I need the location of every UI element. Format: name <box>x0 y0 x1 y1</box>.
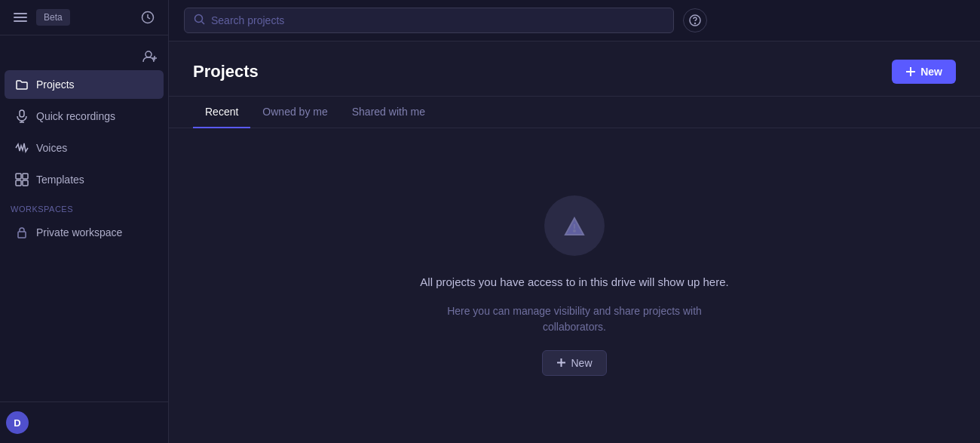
mic-icon <box>15 109 29 123</box>
add-user-button[interactable] <box>139 46 161 67</box>
lock-icon <box>15 226 29 239</box>
svg-line-16 <box>202 22 205 25</box>
sidebar-item-private-workspace[interactable]: Private workspace <box>5 218 164 247</box>
search-input[interactable] <box>211 14 664 26</box>
svg-rect-10 <box>16 174 21 179</box>
waveform-icon <box>15 141 29 155</box>
tab-owned-by-me[interactable]: Owned by me <box>250 97 339 128</box>
new-button-empty-label: New <box>571 357 592 369</box>
sidebar-item-projects[interactable]: Projects <box>5 70 164 99</box>
svg-point-4 <box>145 51 152 57</box>
search-icon <box>194 14 205 27</box>
clock-icon-button[interactable] <box>138 8 158 27</box>
svg-rect-11 <box>23 174 28 179</box>
svg-point-15 <box>195 15 203 23</box>
tabs: Recent Owned by me Shared with me <box>169 97 980 128</box>
app-root: Beta <box>0 0 980 443</box>
content-area: Projects New Recent Owned by me Shared w… <box>169 0 980 443</box>
svg-point-18 <box>695 23 696 24</box>
new-button-header-label: New <box>920 66 942 78</box>
sidebar-item-voices[interactable]: Voices <box>5 134 164 162</box>
svg-rect-0 <box>14 13 27 14</box>
sidebar-bottom: D <box>0 401 168 443</box>
sidebar-nav: Projects Quick recordings <box>0 35 168 401</box>
sidebar-item-projects-label: Projects <box>36 78 75 91</box>
sidebar-item-quick-recordings[interactable]: Quick recordings <box>5 102 164 131</box>
search-bar[interactable] <box>184 8 674 33</box>
sidebar: Beta <box>0 0 169 443</box>
svg-rect-2 <box>14 20 27 22</box>
tab-shared-with-me[interactable]: Shared with me <box>340 97 437 128</box>
beta-button[interactable]: Beta <box>36 9 70 26</box>
empty-state-description-2: Here you can manage visibility and share… <box>416 303 733 335</box>
tab-recent[interactable]: Recent <box>193 97 250 128</box>
sidebar-item-templates-label: Templates <box>36 174 84 186</box>
empty-state: All projects you have access to in this … <box>169 128 980 443</box>
avatar[interactable]: D <box>6 411 29 434</box>
main-header: Projects New <box>169 42 980 97</box>
svg-point-22 <box>574 230 575 232</box>
grid-icon <box>15 173 29 186</box>
help-button[interactable] <box>683 8 707 32</box>
page-title: Projects <box>193 62 259 82</box>
hamburger-button[interactable] <box>11 8 30 27</box>
sidebar-topbar: Beta <box>0 0 168 35</box>
private-workspace-label: Private workspace <box>36 226 122 238</box>
workspaces-label: Workspaces <box>0 195 168 217</box>
sidebar-item-templates[interactable]: Templates <box>5 165 164 194</box>
svg-rect-7 <box>20 110 24 117</box>
folder-icon <box>15 78 29 91</box>
svg-rect-13 <box>23 180 28 186</box>
new-button-empty-state[interactable]: New <box>542 350 606 376</box>
new-button-header[interactable]: New <box>892 60 956 84</box>
topbar-left: Beta <box>11 8 70 27</box>
topbar-right-icons <box>138 8 158 27</box>
sidebar-item-voices-label: Voices <box>36 142 67 154</box>
svg-rect-14 <box>18 232 26 238</box>
sidebar-item-quick-recordings-label: Quick recordings <box>36 110 115 122</box>
svg-rect-12 <box>16 180 21 186</box>
empty-state-description-1: All projects you have access to in this … <box>420 274 728 291</box>
svg-rect-1 <box>14 17 27 18</box>
empty-state-icon <box>544 195 605 256</box>
